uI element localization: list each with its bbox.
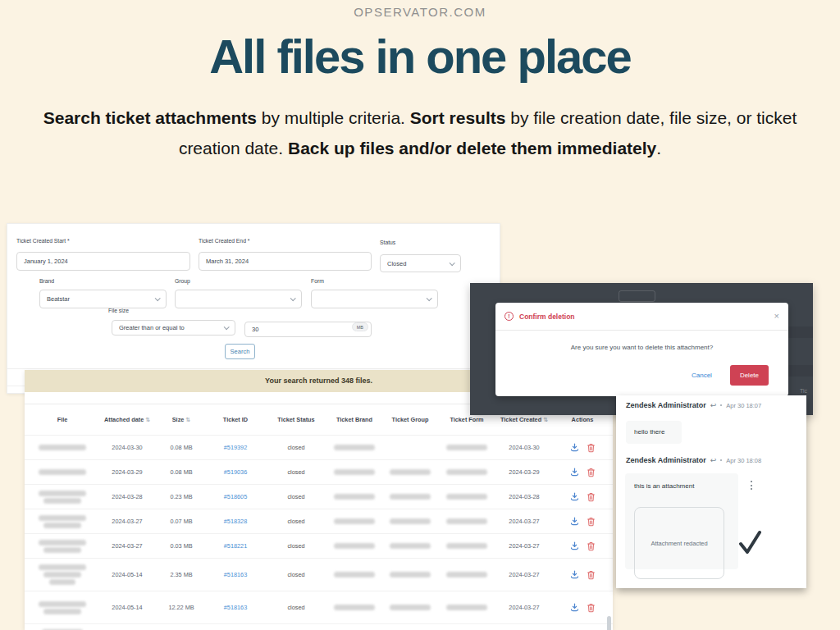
sort-icon[interactable]: ⇅	[543, 417, 548, 423]
ticket-id-link[interactable]: #519036	[224, 468, 247, 476]
redacted-text	[446, 469, 487, 475]
ticket-id-link[interactable]: #518221	[224, 542, 247, 550]
redacted-text	[446, 572, 487, 578]
file-size-value-wrap: MB	[244, 320, 372, 336]
redacted-text	[334, 518, 375, 524]
redacted-text	[43, 547, 81, 553]
close-icon[interactable]	[774, 312, 779, 321]
brand-select[interactable]: Beatstar	[39, 290, 167, 308]
dot-separator	[720, 404, 722, 406]
redacted-text	[390, 494, 431, 500]
ticket-id-link[interactable]: #518328	[224, 518, 247, 525]
redacted-text	[446, 543, 487, 549]
ticket-id-link[interactable]: #518163	[224, 604, 247, 611]
hero-description: Search ticket attachments by multiple cr…	[25, 103, 816, 163]
cancel-button[interactable]: Cancel	[692, 372, 712, 379]
table-row: 2024-05-142.35 MB#518163closed2024-03-27	[25, 558, 613, 591]
column-header-ticket-group: Ticket Group	[382, 416, 438, 423]
redacted-text	[446, 518, 487, 524]
description-segment: Back up files and/or delete them immedia…	[288, 139, 656, 158]
ticket-created-end-input[interactable]	[199, 252, 372, 271]
redacted-text	[390, 469, 431, 475]
download-icon[interactable]	[570, 443, 579, 453]
page-title: All files in one place	[0, 30, 840, 83]
redacted-text	[39, 445, 86, 450]
checkmark-icon	[739, 530, 761, 557]
confirm-deletion-modal: Confirm deletion Are you sure you want t…	[495, 303, 788, 396]
redacted-text	[39, 469, 86, 475]
delete-icon[interactable]	[587, 468, 596, 477]
delete-icon[interactable]	[587, 492, 596, 502]
redacted-text	[334, 469, 375, 475]
comment-timestamp: Apr 30 18:08	[726, 457, 761, 464]
scrollbar-thumb[interactable]	[607, 616, 611, 630]
reply-icon[interactable]: ↩	[710, 456, 717, 464]
download-icon[interactable]	[570, 492, 579, 502]
column-header-attached-date[interactable]: Attached date⇅	[97, 416, 158, 423]
form-label: Form	[311, 278, 324, 284]
ticket-id-link[interactable]: #518163	[224, 571, 247, 578]
download-icon[interactable]	[570, 517, 579, 527]
author-name: Zendesk Administrator	[626, 401, 706, 409]
chevron-down-icon	[450, 260, 455, 266]
comment-header: Zendesk Administrator ↩ Apr 30 18:08	[626, 456, 761, 464]
brand-label: Brand	[39, 278, 54, 284]
chevron-down-icon	[224, 324, 230, 330]
redacted-text	[334, 543, 375, 549]
status-label: Status	[380, 240, 395, 245]
file-size-label: File size	[108, 308, 129, 313]
chevron-down-icon	[427, 295, 432, 301]
column-header-actions: Actions	[553, 416, 612, 423]
delete-icon[interactable]	[587, 443, 596, 453]
redacted-text	[43, 572, 81, 578]
delete-icon[interactable]	[587, 570, 596, 580]
sort-icon[interactable]: ⇅	[145, 417, 150, 423]
table-row: 2024-03-300.08 MB#519392closed2024-03-30	[25, 435, 613, 459]
description-segment: .	[656, 139, 661, 158]
redacted-text	[334, 605, 375, 610]
redacted-text	[43, 609, 81, 614]
delete-button[interactable]: Delete	[730, 365, 769, 386]
group-select[interactable]	[175, 290, 302, 308]
delete-icon[interactable]	[587, 603, 596, 613]
column-header-size[interactable]: Size⇅	[158, 416, 205, 423]
reply-icon[interactable]: ↩	[710, 401, 717, 409]
redacted-text	[39, 601, 86, 607]
description-segment: Search ticket attachments	[43, 108, 257, 127]
ticket-created-end-label: Ticket Created End *	[199, 238, 249, 244]
table-row	[25, 623, 613, 630]
description-segment: by multiple criteria.	[257, 108, 410, 127]
delete-icon[interactable]	[587, 517, 596, 527]
results-table: FileAttached date⇅Size⇅Ticket IDTicket S…	[25, 404, 613, 630]
search-button[interactable]: Search	[225, 344, 255, 359]
download-icon[interactable]	[570, 570, 579, 580]
kebab-menu-icon[interactable]	[751, 481, 752, 490]
file-size-operator-select[interactable]: Greater than or equal to	[112, 320, 235, 336]
comment-header: Zendesk Administrator ↩ Apr 30 18:07	[626, 401, 761, 409]
page: OPSERVATOR.COM All files in one place Se…	[0, 0, 840, 630]
site-name: OPSERVATOR.COM	[0, 5, 840, 19]
ticket-id-link[interactable]: #518605	[224, 493, 247, 500]
chevron-down-icon	[290, 295, 296, 301]
redacted-text	[446, 445, 487, 450]
redacted-text	[49, 579, 75, 585]
comment-bubble: this is an attachment Attachment redacte…	[625, 473, 738, 569]
sort-icon[interactable]: ⇅	[185, 417, 190, 423]
column-header-ticket-form: Ticket Form	[438, 416, 495, 423]
status-select[interactable]: Closed	[380, 254, 461, 272]
download-icon[interactable]	[570, 541, 579, 551]
column-header-file: File	[28, 416, 97, 423]
form-select[interactable]	[311, 290, 438, 308]
modal-message: Are you sure you want to delete this att…	[495, 331, 788, 351]
download-icon[interactable]	[570, 468, 579, 477]
ticket-id-link[interactable]: #519392	[224, 444, 247, 451]
dimmed-button	[619, 290, 655, 302]
modal-footer: Cancel Delete	[692, 365, 769, 386]
modal-title: Confirm deletion	[519, 313, 575, 321]
delete-icon[interactable]	[587, 541, 596, 551]
ticket-created-start-input[interactable]	[16, 252, 190, 271]
author-name: Zendesk Administrator	[626, 456, 706, 464]
redacted-text	[39, 540, 86, 546]
download-icon[interactable]	[570, 603, 579, 613]
column-header-ticket-created[interactable]: Ticket Created⇅	[495, 416, 553, 423]
